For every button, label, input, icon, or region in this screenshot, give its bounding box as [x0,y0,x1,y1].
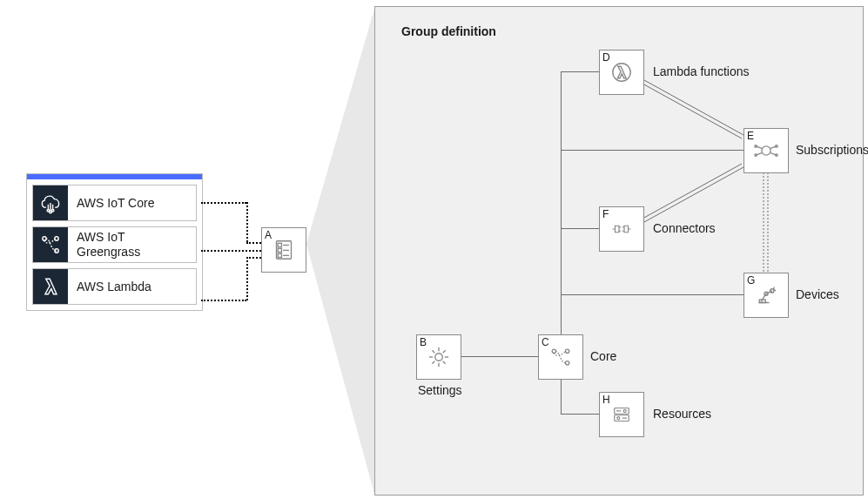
svg-point-25 [755,154,757,157]
service-label: AWS IoT Core [68,196,163,211]
svg-point-21 [762,146,770,155]
resources-icon [609,401,635,428]
svg-line-38 [432,350,434,353]
edge [561,294,744,296]
svg-point-3 [43,237,46,240]
svg-line-39 [443,361,446,364]
gear-icon [424,342,454,372]
list-icon [269,235,299,265]
node-resources: H [599,392,644,437]
svg-rect-7 [278,243,281,246]
iot-core-icon [33,185,68,220]
card-accent-bar [27,174,202,179]
service-lambda: AWS Lambda [32,268,197,305]
subscriptions-icon [751,136,781,165]
dotted-connector [246,202,249,242]
edge [561,150,744,152]
svg-point-2 [51,209,54,212]
svg-point-33 [435,354,443,361]
node-subscriptions: E [744,128,789,173]
svg-point-29 [776,154,778,157]
lambda-icon [607,57,636,87]
node-label: Devices [796,287,839,301]
greengrass-icon [33,227,68,262]
dotted-connector [201,250,261,253]
svg-point-46 [623,409,626,412]
dotted-connector [246,242,261,245]
svg-rect-32 [759,300,765,302]
dotted-connector [246,257,249,300]
service-label: AWS Lambda [68,280,160,294]
edge [561,71,599,73]
node-connectors: F [599,206,644,252]
connectors-icon [609,216,635,242]
svg-rect-9 [278,248,281,252]
node-label: Resources [653,407,711,421]
lambda-icon [33,269,68,304]
svg-point-4 [55,237,58,240]
node-label: Lambda functions [653,64,750,78]
service-label: AWS IoT Greengrass [68,230,196,260]
node-label: Subscriptions [796,143,868,157]
svg-rect-11 [278,253,281,257]
dotted-connector [246,257,261,260]
node-label: Core [590,349,616,363]
node-lambda-functions: D [599,50,644,95]
panel-title: Group definition [401,24,496,38]
edge [561,228,599,230]
svg-point-27 [776,145,778,148]
service-greengrass: AWS IoT Greengrass [32,226,197,263]
svg-point-42 [552,349,555,353]
svg-line-40 [443,350,446,353]
edge [561,414,599,415]
aws-services-card: AWS IoT Core AWS IoT Greengrass AWS Lamb… [26,173,203,311]
node-label: Connectors [653,221,716,235]
dotted-connector [201,300,246,302]
node-label: Settings [418,383,462,397]
robot-arm-icon [751,280,781,310]
svg-point-49 [617,417,620,420]
node-hub: A [261,227,306,273]
node-devices: G [744,273,789,318]
svg-line-41 [432,361,434,364]
svg-point-23 [755,145,757,148]
core-icon [546,342,575,372]
dotted-connector [201,202,246,205]
node-settings: B [416,334,461,380]
service-iot-core: AWS IoT Core [32,185,197,221]
svg-point-43 [566,349,569,353]
node-core: C [538,334,583,380]
edge [461,356,538,358]
svg-point-20 [613,64,630,81]
svg-point-44 [566,361,569,365]
svg-marker-13 [306,9,374,494]
